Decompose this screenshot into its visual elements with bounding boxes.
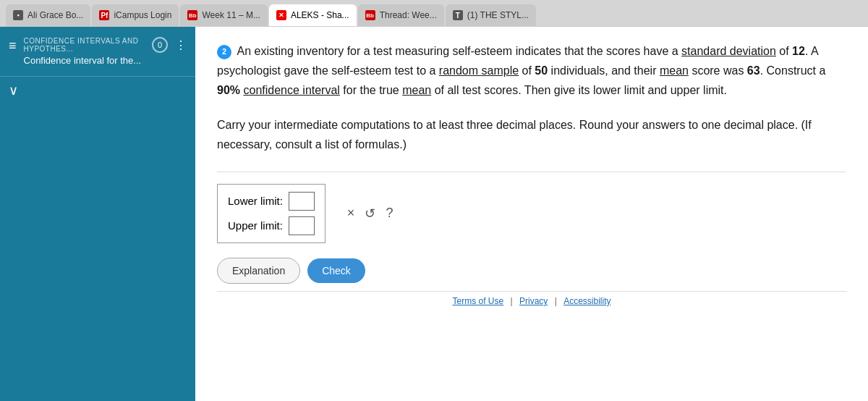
tab-favicon-bb2: Bb: [365, 10, 375, 20]
tab-week11[interactable]: Bb Week 11 – M...: [180, 4, 267, 26]
tab-favicon-ali: ▪: [13, 10, 23, 20]
list-of-formulas-link[interactable]: list of formulas: [325, 138, 399, 151]
tab-label-style: (1) THE STYL...: [467, 10, 529, 20]
tab-favicon-t: T: [453, 10, 463, 20]
help-button[interactable]: ?: [386, 206, 393, 221]
accessibility-link[interactable]: Accessibility: [563, 296, 610, 306]
limits-box: Lower limit: Upper limit:: [217, 184, 326, 243]
sidebar-subtopic-label: Confidence interval for the...: [24, 55, 145, 66]
inputs-row: Lower limit: Upper limit: × ↺ ?: [217, 184, 846, 243]
mean-link-1[interactable]: mean: [660, 64, 689, 77]
sidebar-chevron-icon[interactable]: ∨: [0, 77, 195, 104]
upper-limit-input[interactable]: [289, 216, 315, 235]
tab-favicon-bb1: Bb: [187, 10, 197, 20]
sidebar: ≡ CONFIDENCE INTERVALS AND HYPOTHES... C…: [0, 27, 195, 401]
confidence-interval-link[interactable]: confidence interval: [243, 84, 339, 96]
tab-label-ali: Ali Grace Bo...: [27, 10, 83, 20]
sidebar-topic-label: CONFIDENCE INTERVALS AND HYPOTHES...: [24, 37, 145, 53]
clear-button[interactable]: ×: [347, 206, 355, 221]
sidebar-header-icons: 0 ⋮: [152, 37, 187, 53]
action-buttons-row: × ↺ ?: [347, 206, 393, 221]
problem-area: 2 An existing inventory for a test measu…: [195, 27, 868, 401]
footer-links: Terms of Use | Privacy | Accessibility: [217, 291, 846, 306]
tab-label-aleks: ALEKS - Sha...: [291, 10, 349, 20]
tab-ali-grace[interactable]: ▪ Ali Grace Bo...: [6, 4, 90, 26]
sidebar-header: ≡ CONFIDENCE INTERVALS AND HYPOTHES... C…: [0, 27, 195, 77]
tab-icampus[interactable]: Pf iCampus Login: [92, 4, 179, 26]
bottom-buttons: Explanation Check: [217, 258, 846, 284]
random-sample-link[interactable]: random sample: [439, 64, 519, 77]
sidebar-dots-icon[interactable]: ⋮: [175, 38, 187, 52]
explanation-button[interactable]: Explanation: [217, 258, 300, 284]
problem-paragraph1: 2 An existing inventory for a test measu…: [217, 41, 846, 101]
tab-style[interactable]: T (1) THE STYL...: [446, 4, 536, 26]
divider: [217, 172, 846, 172]
menu-icon[interactable]: ≡: [9, 38, 17, 54]
tab-favicon-pf: Pf: [99, 10, 109, 20]
tab-thread[interactable]: Bb Thread: Wee...: [358, 4, 444, 26]
tab-favicon-x: ✕: [276, 10, 286, 20]
tab-bar: ▪ Ali Grace Bo... Pf iCampus Login Bb We…: [0, 0, 868, 26]
lower-limit-row: Lower limit:: [228, 192, 315, 211]
tab-label-thread: Thread: Wee...: [380, 10, 437, 20]
sidebar-header-text: CONFIDENCE INTERVALS AND HYPOTHES... Con…: [24, 37, 145, 66]
tab-label-week11: Week 11 – M...: [202, 10, 260, 20]
problem-paragraph2: Carry your intermediate computations to …: [217, 115, 846, 154]
terms-of-use-link[interactable]: Terms of Use: [453, 296, 504, 306]
lower-limit-label: Lower limit:: [228, 195, 283, 207]
undo-button[interactable]: ↺: [365, 206, 375, 221]
privacy-link[interactable]: Privacy: [519, 296, 548, 306]
standard-deviation-link[interactable]: standard deviation: [681, 45, 776, 57]
check-button[interactable]: Check: [307, 258, 365, 283]
sidebar-circle-icon[interactable]: 0: [152, 37, 168, 53]
tab-label-icampus: iCampus Login: [114, 10, 171, 20]
lower-limit-input[interactable]: [289, 192, 315, 211]
mean-link-2[interactable]: mean: [402, 84, 431, 96]
tab-aleks[interactable]: ✕ ALEKS - Sha...: [269, 4, 357, 26]
problem-number-badge: 2: [217, 45, 231, 59]
upper-limit-label: Upper limit:: [228, 219, 283, 232]
upper-limit-row: Upper limit:: [228, 216, 315, 235]
